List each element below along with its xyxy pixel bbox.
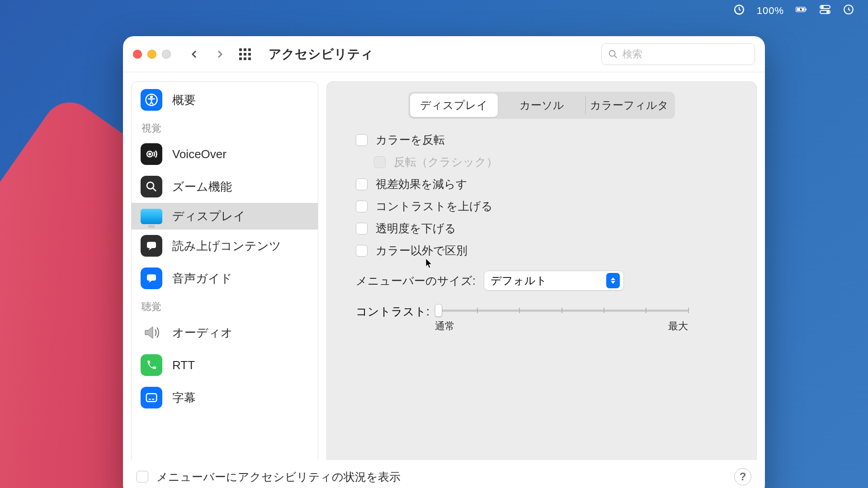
checkbox-differentiate-without-color[interactable]: カラー以外で区別 (356, 243, 734, 258)
accessibility-icon (141, 89, 162, 111)
footer-label: メニューバーにアクセシビリティの状況を表示 (156, 469, 401, 484)
svg-point-7 (826, 11, 829, 14)
slider-thumb[interactable] (435, 304, 442, 317)
window-title: アクセシビリティ (269, 46, 373, 63)
minimize-button[interactable] (147, 50, 156, 59)
tab-label: カーソル (519, 99, 564, 111)
zoom-button[interactable] (162, 50, 171, 59)
checkbox-reduce-motion[interactable]: 視差効果を減らす (356, 177, 734, 192)
checkbox[interactable] (356, 178, 368, 190)
sidebar-item-audio-descriptions[interactable]: 音声ガイド (132, 262, 318, 295)
sidebar-item-label: 音声ガイド (172, 271, 232, 286)
menubar-size-select[interactable]: デフォルト (484, 271, 624, 291)
sidebar-item-overview[interactable]: 概要 (132, 84, 318, 116)
help-button[interactable]: ? (734, 468, 751, 485)
svg-point-11 (151, 96, 152, 98)
svg-point-19 (153, 277, 154, 278)
tab-cursor[interactable]: カーソル (498, 94, 585, 117)
checkbox-reduce-transparency[interactable]: 透明度を下げる (356, 221, 734, 236)
preferences-window: アクセシビリティ 概要 視覚 VoiceOver (123, 36, 765, 488)
sidebar: 概要 視覚 VoiceOver ズーム機能 ディスプレイ (131, 81, 318, 488)
audio-description-icon (141, 267, 162, 289)
tab-display[interactable]: ディスプレイ (410, 94, 498, 117)
sidebar-item-label: 概要 (172, 92, 196, 108)
search-field[interactable] (601, 43, 755, 65)
sidebar-item-label: 字幕 (172, 390, 196, 406)
captions-icon (141, 387, 162, 408)
sidebar-item-label: ディスプレイ (172, 208, 245, 224)
control-center-icon[interactable] (819, 4, 831, 18)
voiceover-icon (141, 143, 162, 165)
checkbox-label: 反転（クラシック） (394, 155, 498, 169)
checkbox-invert-classic: 反転（クラシック） (374, 155, 734, 169)
battery-percentage: 100% (757, 5, 784, 17)
svg-rect-20 (146, 394, 157, 402)
spoken-content-icon (141, 235, 162, 257)
sidebar-item-spoken-content[interactable]: 読み上げコンテンツ (132, 230, 318, 262)
sidebar-item-captions[interactable]: 字幕 (132, 381, 318, 414)
window-footer: メニューバーにアクセシビリティの状況を表示 ? (131, 460, 757, 488)
checkbox-show-status[interactable] (137, 471, 148, 483)
svg-point-14 (147, 182, 154, 189)
checkbox-label: 視差効果を減らす (376, 177, 467, 192)
sidebar-item-label: ズーム機能 (172, 179, 232, 195)
sidebar-item-audio[interactable]: オーディオ (132, 316, 318, 349)
search-input[interactable] (623, 48, 748, 60)
contrast-slider[interactable] (435, 304, 688, 317)
forward-button[interactable] (210, 44, 230, 64)
contrast-label: コントラスト: (356, 304, 429, 319)
svg-rect-2 (806, 9, 807, 10)
checkbox-increase-contrast[interactable]: コントラストを上げる (356, 199, 734, 214)
close-button[interactable] (133, 50, 142, 59)
svg-point-6 (821, 6, 824, 9)
checkbox-label: カラーを反転 (376, 132, 445, 147)
sidebar-section-vision: 視覚 (132, 116, 318, 138)
search-icon (608, 49, 618, 59)
battery-icon[interactable] (796, 4, 807, 18)
system-menubar: 100% (720, 0, 868, 22)
checkbox-invert-colors[interactable]: カラーを反転 (356, 132, 734, 147)
checkbox-label: コントラストを上げる (376, 199, 493, 214)
checkbox (374, 156, 386, 168)
slider-max-label: 最大 (668, 319, 688, 333)
checkbox[interactable] (356, 201, 368, 212)
checkbox[interactable] (356, 223, 368, 235)
zoom-icon (141, 176, 162, 197)
checkbox[interactable] (356, 134, 368, 146)
audio-icon (141, 322, 162, 343)
checkbox[interactable] (356, 245, 368, 257)
svg-point-17 (149, 277, 151, 278)
sidebar-item-display[interactable]: ディスプレイ (132, 203, 318, 230)
svg-point-13 (149, 153, 151, 155)
display-tabs: ディスプレイ カーソル カラーフィルタ (408, 92, 675, 119)
show-all-button[interactable] (235, 44, 255, 64)
sidebar-item-label: 読み上げコンテンツ (172, 238, 281, 254)
svg-point-18 (151, 277, 152, 278)
sidebar-item-voiceover[interactable]: VoiceOver (132, 138, 318, 170)
tab-color-filters[interactable]: カラーフィルタ (585, 94, 673, 117)
tab-label: カラーフィルタ (590, 99, 669, 111)
sidebar-item-rtt[interactable]: RTT (132, 349, 318, 381)
tab-label: ディスプレイ (420, 99, 488, 111)
checkbox-label: 透明度を下げる (376, 221, 456, 236)
checkbox-label: カラー以外で区別 (376, 243, 467, 258)
sidebar-section-hearing: 聴覚 (132, 295, 318, 316)
back-button[interactable] (184, 44, 204, 64)
sidebar-item-label: オーディオ (172, 325, 233, 341)
select-stepper-icon (606, 273, 620, 288)
svg-rect-15 (147, 242, 156, 248)
main-panel: ディスプレイ カーソル カラーフィルタ カラーを反転 反転（クラシック） 視差効… (326, 81, 757, 488)
svg-point-9 (609, 50, 615, 56)
titlebar: アクセシビリティ (123, 36, 765, 72)
clock-icon[interactable] (843, 4, 854, 18)
sidebar-item-label: VoiceOver (172, 147, 226, 161)
grid-icon (239, 48, 251, 60)
select-value: デフォルト (491, 273, 606, 288)
slider-min-label: 通常 (435, 319, 455, 333)
rtt-icon (141, 354, 162, 376)
sidebar-item-label: RTT (172, 358, 195, 372)
time-machine-icon[interactable] (733, 4, 745, 18)
display-icon (141, 209, 162, 224)
menubar-size-label: メニューバーのサイズ: (356, 273, 476, 288)
sidebar-item-zoom[interactable]: ズーム機能 (132, 170, 318, 203)
